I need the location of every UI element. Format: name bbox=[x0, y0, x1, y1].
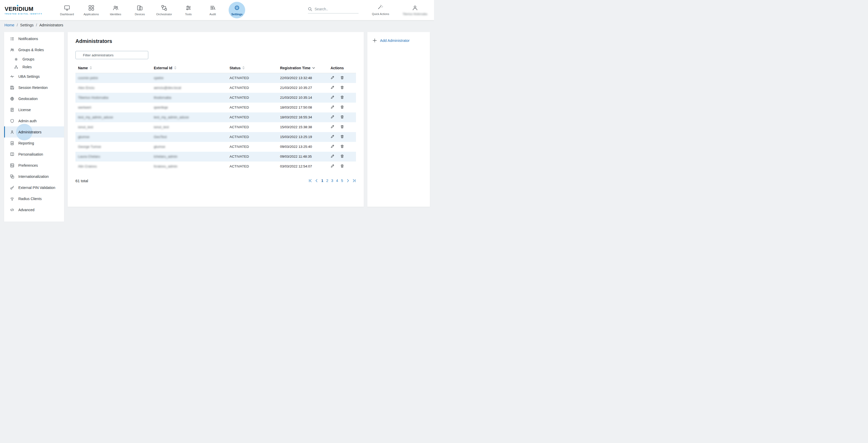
report-icon bbox=[10, 141, 14, 145]
breadcrumb-separator: / bbox=[17, 23, 18, 27]
roles-icon bbox=[14, 65, 18, 69]
delete-button[interactable] bbox=[340, 125, 344, 129]
nav-item-devices[interactable]: Devices bbox=[128, 0, 152, 20]
edit-button[interactable] bbox=[331, 154, 335, 158]
settings-gear-icon: ⚙ bbox=[234, 4, 240, 11]
sidebar-item-roles[interactable]: Roles bbox=[4, 63, 64, 71]
delete-button[interactable] bbox=[340, 115, 344, 119]
quick-actions-button[interactable]: Quick Actions bbox=[372, 5, 389, 16]
sidebar-item-advanced[interactable]: Advanced bbox=[4, 204, 64, 215]
edit-button[interactable] bbox=[331, 115, 335, 119]
column-header-actions: Actions bbox=[328, 64, 356, 73]
user-menu[interactable]: Tiberius Hodorsaba bbox=[402, 5, 427, 16]
admin-status: ACTIVATED bbox=[227, 102, 277, 112]
sliders-icon bbox=[10, 164, 14, 168]
veridium-logo[interactable]: VERIDIUM TRUSTED DIGITAL IDENTITY bbox=[5, 6, 42, 15]
nav-item-label: Orchestrator bbox=[156, 13, 172, 16]
sidebar-item-label: Reporting bbox=[18, 141, 34, 145]
admin-registration-time: 18/03/2022 16:55:34 bbox=[277, 112, 328, 122]
sidebar-item-administrators[interactable]: Administrators bbox=[4, 126, 64, 138]
delete-button[interactable] bbox=[340, 105, 344, 109]
edit-button[interactable] bbox=[331, 76, 335, 80]
delete-button[interactable] bbox=[340, 76, 344, 80]
nav-item-dashboard[interactable]: Dashboard bbox=[55, 0, 79, 20]
sidebar-item-groups-roles[interactable]: Groups & Roles bbox=[4, 44, 64, 55]
nav-item-applications[interactable]: Applications bbox=[79, 0, 103, 20]
sidebar-item-notifications[interactable]: Notifications bbox=[4, 33, 64, 44]
page-number-button[interactable]: 1 bbox=[321, 179, 323, 183]
sidebar-item-uba-settings[interactable]: UBA Settings bbox=[4, 71, 64, 82]
nav-item-tools[interactable]: Tools bbox=[176, 0, 200, 20]
breadcrumb-settings: Settings bbox=[20, 23, 34, 27]
first-page-button[interactable] bbox=[308, 179, 312, 182]
sidebar-item-label: Notifications bbox=[18, 37, 38, 41]
sidebar-item-external-pin-validation[interactable]: External PIN Validation bbox=[4, 182, 64, 193]
logo-tagline: TRUSTED DIGITAL IDENTITY bbox=[5, 13, 42, 15]
language-icon bbox=[10, 174, 14, 179]
sidebar-item-radius-clients[interactable]: Radius Clients bbox=[4, 193, 64, 204]
edit-button[interactable] bbox=[331, 135, 335, 139]
sidebar-item-label: Groups & Roles bbox=[18, 48, 44, 52]
table-row: cosmin petre cpetre ACTIVATED 22/03/2022… bbox=[75, 73, 356, 83]
last-page-button[interactable] bbox=[352, 179, 356, 182]
search-icon bbox=[308, 7, 312, 11]
next-page-button[interactable] bbox=[346, 179, 349, 182]
sidebar-item-personalisation[interactable]: Personalisation bbox=[4, 149, 64, 160]
sidebar-item-admin-auth[interactable]: Admin auth bbox=[4, 115, 64, 126]
delete-button[interactable] bbox=[340, 95, 344, 99]
edit-button[interactable] bbox=[331, 105, 335, 109]
table-row: Alex Enciu aenciu@dev.local ACTIVATED 21… bbox=[75, 83, 356, 93]
identities-icon bbox=[113, 4, 119, 11]
nav-item-audit[interactable]: Audit bbox=[200, 0, 225, 20]
admin-status: ACTIVATED bbox=[227, 93, 277, 102]
delete-button[interactable] bbox=[340, 164, 344, 168]
filter-administrators-input[interactable] bbox=[75, 51, 148, 59]
quick-actions-label: Quick Actions bbox=[372, 12, 389, 16]
nav-item-label: Dashboard bbox=[60, 13, 74, 16]
delete-button[interactable] bbox=[340, 154, 344, 158]
delete-button[interactable] bbox=[340, 144, 344, 148]
column-header-status[interactable]: Status bbox=[227, 64, 277, 73]
admin-external-id: GeoTest bbox=[151, 132, 227, 142]
sidebar-item-license[interactable]: License bbox=[4, 104, 64, 115]
page-number-button[interactable]: 2 bbox=[326, 179, 328, 183]
edit-button[interactable] bbox=[331, 95, 335, 99]
nav-item-identities[interactable]: Identities bbox=[103, 0, 128, 20]
groups-icon bbox=[14, 57, 18, 61]
table-row: test_my_admin_aduse test_my_admin_aduse … bbox=[75, 112, 356, 122]
page-number-button[interactable]: 5 bbox=[341, 179, 343, 183]
column-header-registration-time[interactable]: Registration Time bbox=[277, 64, 328, 73]
topbar-right: Quick Actions Tiberius Hodorsaba bbox=[308, 5, 427, 16]
wifi-icon bbox=[10, 197, 14, 201]
delete-button[interactable] bbox=[340, 85, 344, 89]
admin-external-id: ionut_test bbox=[151, 122, 227, 132]
admin-status: ACTIVATED bbox=[227, 122, 277, 132]
sidebar-item-reporting[interactable]: Reporting bbox=[4, 138, 64, 149]
nav-item-settings[interactable]: ⚙ Settings bbox=[225, 0, 249, 20]
dashboard-icon bbox=[64, 4, 70, 11]
column-header-external-id[interactable]: External Id bbox=[151, 64, 227, 73]
sidebar-item-preferences[interactable]: Preferences bbox=[4, 160, 64, 171]
sidebar-item-groups[interactable]: Groups bbox=[4, 55, 64, 63]
edit-button[interactable] bbox=[331, 144, 335, 148]
page-number-button[interactable]: 3 bbox=[331, 179, 333, 183]
edit-button[interactable] bbox=[331, 164, 335, 168]
book-icon bbox=[10, 152, 14, 156]
content-area: Notifications Groups & Roles Groups Role… bbox=[0, 30, 434, 222]
admin-external-id: gtumse bbox=[151, 142, 227, 152]
primary-nav: Dashboard Applications Identities Device… bbox=[55, 0, 249, 20]
add-administrator-button[interactable]: Add Administrator bbox=[373, 38, 425, 42]
delete-button[interactable] bbox=[340, 135, 344, 139]
sidebar-item-internationalization[interactable]: Internationalization bbox=[4, 171, 64, 182]
breadcrumb-home-link[interactable]: Home bbox=[4, 23, 14, 27]
search-input[interactable] bbox=[315, 7, 353, 11]
sidebar-item-label: Preferences bbox=[18, 164, 38, 168]
sidebar-item-session-retention[interactable]: Session Retention bbox=[4, 82, 64, 93]
edit-button[interactable] bbox=[331, 85, 335, 89]
column-header-name[interactable]: Name bbox=[75, 64, 151, 73]
nav-item-orchestrator[interactable]: Orchestrator bbox=[152, 0, 176, 20]
page-number-button[interactable]: 4 bbox=[336, 179, 338, 183]
sidebar-item-geolocation[interactable]: Geolocation bbox=[4, 93, 64, 104]
previous-page-button[interactable] bbox=[315, 179, 318, 182]
edit-button[interactable] bbox=[331, 125, 335, 129]
